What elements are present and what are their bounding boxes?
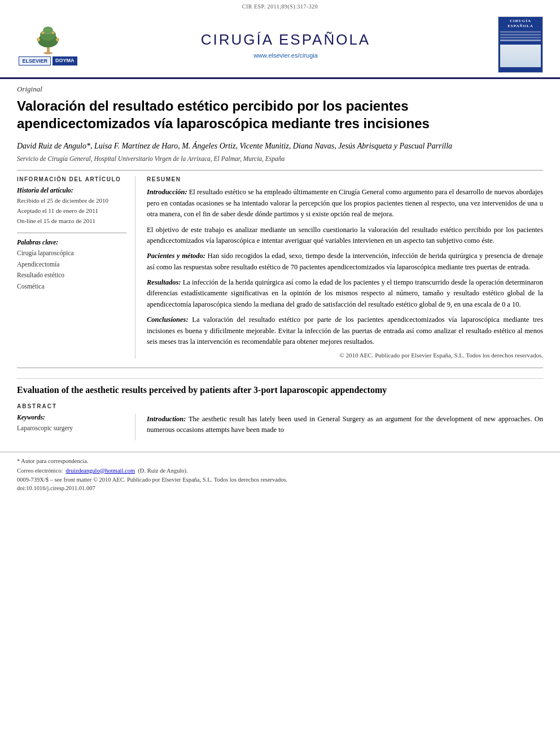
- journal-website[interactable]: www.elsevier.es/cirugia: [79, 52, 492, 59]
- cover-image: CIRUGÍA ESPAÑOLA: [498, 16, 543, 73]
- obj-para: El objetivo de este trabajo es analizar …: [147, 225, 543, 247]
- article-history: Historia del artículo: Recibido el 25 de…: [17, 187, 126, 226]
- abstract-label: ABSTRACT: [17, 403, 543, 409]
- footer-email-line: Correo electrónico: druizdeangulo@hotmai…: [17, 466, 543, 476]
- conclusions-text: La valoración del resultado estético por…: [147, 316, 543, 346]
- elsevier-brand: ELSEVIER DOYMA: [19, 56, 77, 65]
- intro-para: Introducción: El resultado estético se h…: [147, 187, 543, 220]
- results-label: Resultados:: [147, 278, 181, 286]
- article-type: Original: [17, 79, 543, 97]
- article-main-title: Valoración del resultado estético percib…: [17, 97, 543, 132]
- asterisk-note: * Autor para correspondencia.: [17, 458, 89, 464]
- right-column: RESUMEN Introducción: El resultado estét…: [147, 176, 543, 359]
- svg-point-1: [43, 52, 53, 54]
- eng-intro-para: Introduction: The aesthetic result has l…: [147, 414, 543, 436]
- conclusions-para: Conclusiones: La valoración del resultad…: [147, 314, 543, 347]
- online-date: On-line el 15 de marzo de 2011: [17, 216, 126, 226]
- svg-point-5: [37, 38, 40, 41]
- results-para: Resultados: La infección de la herida qu…: [147, 277, 543, 310]
- resumen-label: RESUMEN: [147, 176, 543, 182]
- cover-title: CIRUGÍA ESPAÑOLA: [508, 19, 533, 29]
- journal-ref-text: CIR ESP. 2011;89(S):317-320: [242, 3, 318, 10]
- english-left-col: Keywords: Laparoscopic surgery: [17, 414, 135, 440]
- email-label: Correo electrónico:: [17, 468, 63, 474]
- accepted-date: Aceptado el 11 de enero de 2011: [17, 206, 126, 216]
- obj-text: El objetivo de este trabajo es analizar …: [147, 226, 543, 244]
- keyword-4: Cosmética: [17, 281, 126, 292]
- svg-point-6: [56, 38, 59, 41]
- footer-email-after: (D. Ruiz de Angulo).: [138, 468, 187, 474]
- svg-point-8: [51, 32, 54, 34]
- page-header: ELSEVIER DOYMA CIRUGÍA ESPAÑOLA www.else…: [0, 11, 560, 79]
- patients-para: Pacientes y método: Han sido recogidos l…: [147, 251, 543, 273]
- english-two-col: Keywords: Laparoscopic surgery Introduct…: [17, 414, 543, 440]
- received-date: Recibido el 25 de diciembre de 2010: [17, 196, 126, 206]
- conclusions-label: Conclusiones:: [147, 316, 189, 324]
- footer-license: 0009-739X/$ – see front matter © 2010 AE…: [17, 475, 543, 485]
- journal-reference: CIR ESP. 2011;89(S):317-320: [0, 0, 560, 11]
- divider-1: [17, 170, 543, 171]
- keyword-1: Cirugía laparoscópica: [17, 248, 126, 259]
- two-column-layout: INFORMACIÓN DEL ARTÍCULO Historia del ar…: [17, 176, 543, 359]
- svg-point-4: [43, 27, 53, 34]
- journal-title: CIRUGÍA ESPAÑOLA: [79, 31, 492, 49]
- english-right-col: Introduction: The aesthetic result has l…: [147, 414, 543, 440]
- keyword-3: Resultado estético: [17, 270, 126, 281]
- article-info-label: INFORMACIÓN DEL ARTÍCULO: [17, 176, 126, 182]
- footer: * Autor para correspondencia. Correo ele…: [0, 452, 560, 497]
- cover-decorative-lines: [500, 31, 541, 42]
- patients-text: Han sido recogidos la edad, sexo, tiempo…: [147, 252, 543, 270]
- intro-text: El resultado estético se ha empleado últ…: [147, 188, 543, 218]
- authors-text: David Ruiz de Angulo*, Luisa F. Martínez…: [17, 142, 452, 150]
- eng-keywords-label: Keywords:: [17, 414, 126, 421]
- doyma-label: DOYMA: [53, 56, 77, 65]
- eng-intro-label: Introduction:: [147, 415, 186, 423]
- intro-label: Introducción:: [147, 188, 187, 196]
- article-body: Original Valoración del resultado estéti…: [0, 79, 560, 440]
- keywords-group: Palabras clave: Cirugía laparoscópica Ap…: [17, 239, 126, 292]
- journal-cover: CIRUGÍA ESPAÑOLA: [492, 16, 543, 73]
- english-section: Evaluation of the aesthetic results perc…: [17, 378, 543, 409]
- svg-point-7: [41, 32, 44, 34]
- eng-intro-text: The aesthetic result has lately been use…: [147, 415, 543, 434]
- affiliation: Servicio de Cirugía General, Hospital Un…: [17, 155, 543, 162]
- divider-2: [17, 368, 543, 368]
- eng-keyword-1: Laparoscopic surgery: [17, 423, 126, 434]
- journal-title-area: CIRUGÍA ESPAÑOLA www.elsevier.es/cirugia: [79, 31, 492, 59]
- english-article-title: Evaluation of the aesthetic results perc…: [17, 385, 543, 396]
- footer-email-link[interactable]: druizdeangulo@hotmail.com: [66, 468, 135, 474]
- divider-left-1: [17, 233, 126, 233]
- history-label: Historia del artículo:: [17, 187, 126, 194]
- elsevier-tree-icon: [27, 24, 69, 55]
- cover-photo: [500, 45, 541, 67]
- keyword-2: Apendicectomía: [17, 259, 126, 270]
- elsevier-label: ELSEVIER: [19, 56, 51, 65]
- results-text: La infección de la herida quirúrgica así…: [147, 278, 543, 308]
- authors-line: David Ruiz de Angulo*, Luisa F. Martínez…: [17, 140, 543, 152]
- footer-doi[interactable]: doi:10.1016/j.ciresp.2011.01.007: [17, 485, 543, 491]
- elsevier-logo: ELSEVIER DOYMA: [17, 24, 79, 65]
- footer-asterisk: * Autor para correspondencia.: [17, 457, 543, 466]
- left-column: INFORMACIÓN DEL ARTÍCULO Historia del ar…: [17, 176, 135, 359]
- patients-label: Pacientes y método:: [147, 252, 205, 260]
- copyright-line: © 2010 AEC. Publicado por Elsevier Españ…: [147, 352, 543, 359]
- keywords-label: Palabras clave:: [17, 239, 126, 246]
